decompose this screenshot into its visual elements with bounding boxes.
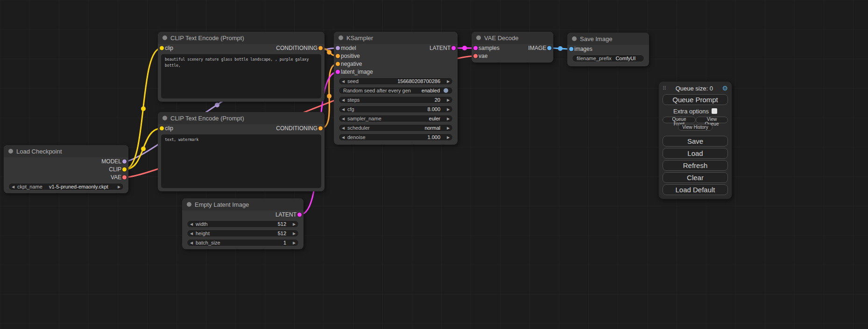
queue-prompt-button[interactable]: Queue Prompt — [663, 94, 728, 105]
input-slot-samples[interactable]: samples — [472, 44, 500, 52]
queue-front-button[interactable]: Queue Front — [663, 117, 696, 123]
node-title-bar[interactable]: CLIP Text Encode (Prompt) — [158, 112, 325, 124]
collapse-dot-icon[interactable] — [8, 149, 13, 154]
extra-options-checkbox[interactable] — [712, 108, 717, 114]
view-queue-button[interactable]: View Queue — [696, 117, 728, 123]
node-load-checkpoint[interactable]: Load Checkpoint MODEL CLIP VAE ◀ ckpt_na… — [4, 145, 128, 193]
widget-sampler-name[interactable]: ◀ sampler_name euler ▶ — [339, 115, 453, 122]
decrement-arrow-icon[interactable]: ◀ — [339, 134, 347, 141]
node-empty-latent-image[interactable]: Empty Latent Image LATENT ◀ width 512 ▶ … — [182, 198, 303, 249]
input-dot-clip[interactable] — [160, 46, 164, 50]
increment-arrow-icon[interactable]: ▶ — [444, 78, 452, 85]
increment-arrow-icon[interactable]: ▶ — [290, 230, 298, 237]
output-dot-clip[interactable] — [122, 167, 127, 171]
increment-arrow-icon[interactable]: ▶ — [115, 183, 123, 190]
output-slot-conditioning[interactable]: CONDITIONING — [173, 44, 325, 52]
node-title-bar[interactable]: KSampler — [334, 32, 458, 44]
widget-seed[interactable]: ◀ seed 156680208700286 ▶ — [339, 77, 453, 85]
collapse-dot-icon[interactable] — [339, 35, 343, 40]
collapse-dot-icon[interactable] — [476, 35, 481, 40]
increment-arrow-icon[interactable]: ▶ — [444, 134, 452, 141]
decrement-arrow-icon[interactable]: ◀ — [9, 183, 17, 190]
output-dot-vae[interactable] — [122, 175, 127, 179]
output-slot-latent[interactable]: LATENT — [182, 210, 303, 218]
increment-arrow-icon[interactable]: ▶ — [444, 125, 452, 132]
widget-steps[interactable]: ◀ steps 20 ▶ — [339, 96, 453, 104]
output-dot-latent[interactable] — [297, 212, 302, 217]
output-slot-vae[interactable]: VAE — [4, 173, 128, 181]
input-slot-model[interactable]: model — [334, 44, 458, 52]
node-title-bar[interactable]: Save Image — [567, 33, 649, 45]
input-slot-clip[interactable]: clip — [158, 124, 173, 132]
increment-arrow-icon[interactable]: ▶ — [290, 221, 298, 228]
input-slot-negative[interactable]: negative — [334, 60, 458, 68]
output-dot-model[interactable] — [122, 159, 127, 163]
negative-prompt-textarea[interactable]: text, watermark — [161, 134, 321, 188]
increment-arrow-icon[interactable]: ▶ — [444, 97, 452, 104]
drag-handle-icon[interactable]: ⠿ — [663, 85, 666, 91]
input-slot-clip[interactable]: clip — [158, 44, 173, 52]
clear-button[interactable]: Clear — [663, 172, 728, 183]
node-title-bar[interactable]: CLIP Text Encode (Prompt) — [158, 32, 325, 44]
input-dot-clip[interactable] — [160, 126, 164, 130]
increment-arrow-icon[interactable]: ▶ — [444, 115, 452, 122]
collapse-dot-icon[interactable] — [187, 202, 191, 207]
decrement-arrow-icon[interactable]: ◀ — [339, 106, 347, 113]
input-slot-latent-image[interactable]: latent_image — [334, 68, 458, 76]
decrement-arrow-icon[interactable]: ◀ — [187, 221, 196, 228]
decrement-arrow-icon[interactable]: ◀ — [339, 115, 347, 122]
input-dot-samples[interactable] — [473, 46, 478, 50]
load-button[interactable]: Load — [663, 148, 728, 159]
node-title-bar[interactable]: Empty Latent Image — [182, 198, 303, 210]
increment-arrow-icon[interactable]: ▶ — [444, 106, 452, 113]
node-ksampler[interactable]: KSampler LATENT model positive negative … — [334, 32, 458, 145]
refresh-button[interactable]: Refresh — [663, 160, 728, 171]
input-dot-images[interactable] — [569, 47, 573, 51]
positive-prompt-textarea[interactable]: beautiful scenery nature glass bottle la… — [161, 54, 321, 98]
collapse-dot-icon[interactable] — [162, 116, 167, 120]
node-clip-text-encode-positive[interactable]: CLIP Text Encode (Prompt) clip CONDITION… — [158, 32, 325, 102]
increment-arrow-icon[interactable]: ▶ — [290, 239, 298, 246]
output-slot-clip[interactable]: CLIP — [4, 165, 128, 173]
input-slot-positive[interactable]: positive — [334, 52, 458, 60]
widget-scheduler[interactable]: ◀ scheduler normal ▶ — [339, 124, 453, 132]
decrement-arrow-icon[interactable]: ◀ — [187, 230, 196, 237]
widget-filename-prefix[interactable]: filename_prefix ComfyUI — [572, 55, 644, 62]
input-dot-vae[interactable] — [473, 54, 478, 58]
decrement-arrow-icon[interactable]: ◀ — [339, 97, 347, 104]
save-button[interactable]: Save — [663, 136, 728, 147]
widget-random-seed-toggle[interactable]: Random seed after every gen enabled — [339, 87, 453, 94]
decrement-arrow-icon[interactable]: ◀ — [339, 125, 347, 132]
widget-width[interactable]: ◀ width 512 ▶ — [187, 220, 299, 228]
node-title-bar[interactable]: Load Checkpoint — [4, 145, 128, 157]
input-dot-latent-image[interactable] — [336, 70, 340, 74]
node-clip-text-encode-negative[interactable]: CLIP Text Encode (Prompt) clip CONDITION… — [158, 112, 325, 191]
input-dot-model[interactable] — [336, 46, 340, 50]
input-slot-images[interactable]: images — [567, 45, 649, 53]
toggle-dot-icon[interactable] — [444, 88, 448, 93]
decrement-arrow-icon[interactable]: ◀ — [339, 78, 347, 85]
widget-denoise[interactable]: ◀ denoise 1.000 ▶ — [339, 133, 453, 141]
widget-cfg[interactable]: ◀ cfg 8.000 ▶ — [339, 105, 453, 113]
node-save-image[interactable]: Save Image images filename_prefix ComfyU… — [567, 33, 649, 66]
output-slot-model[interactable]: MODEL — [4, 157, 128, 165]
output-slot-image[interactable]: IMAGE — [500, 44, 553, 52]
output-slot-conditioning[interactable]: CONDITIONING — [173, 124, 325, 132]
widget-height[interactable]: ◀ height 512 ▶ — [187, 230, 299, 237]
output-dot-image[interactable] — [547, 46, 551, 50]
view-history-button[interactable]: View History — [678, 124, 712, 131]
collapse-dot-icon[interactable] — [162, 35, 167, 40]
input-dot-positive[interactable] — [336, 54, 340, 58]
decrement-arrow-icon[interactable]: ◀ — [187, 239, 196, 246]
output-dot-conditioning[interactable] — [318, 46, 323, 50]
settings-gear-icon[interactable]: ⚙ — [722, 84, 728, 92]
widget-batch-size[interactable]: ◀ batch_size 1 ▶ — [187, 239, 299, 246]
input-slot-vae[interactable]: vae — [472, 52, 553, 60]
output-dot-conditioning[interactable] — [318, 126, 323, 130]
node-title-bar[interactable]: VAE Decode — [472, 32, 553, 44]
collapse-dot-icon[interactable] — [572, 36, 577, 41]
node-vae-decode[interactable]: VAE Decode samples IMAGE vae — [472, 32, 553, 63]
load-default-button[interactable]: Load Default — [663, 184, 728, 195]
input-dot-negative[interactable] — [336, 62, 340, 66]
widget-ckpt-name[interactable]: ◀ ckpt_name v1-5-pruned-emaonly.ckpt ▶ — [8, 183, 124, 190]
